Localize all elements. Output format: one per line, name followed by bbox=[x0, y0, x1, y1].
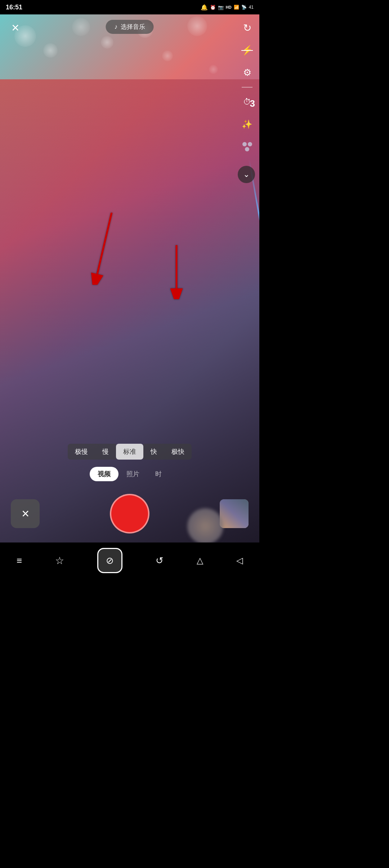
nav-home-center[interactable]: ⊘ bbox=[97, 548, 122, 573]
flash-button[interactable]: ⚡ bbox=[239, 42, 255, 58]
gallery-thumbnail[interactable] bbox=[220, 499, 249, 528]
arrow-indicator-1 bbox=[90, 213, 119, 286]
speed-normal[interactable]: 标准 bbox=[116, 444, 143, 460]
star-icon: ☆ bbox=[55, 555, 64, 567]
battery-icon: 41 bbox=[249, 5, 254, 10]
filter-button[interactable] bbox=[239, 139, 255, 155]
toolbar-divider bbox=[242, 87, 252, 88]
mode-time[interactable]: 时 bbox=[147, 467, 170, 481]
alarm-icon: ⏰ bbox=[210, 5, 216, 10]
nav-effects[interactable]: ↺ bbox=[156, 555, 164, 566]
music-note-icon: ♪ bbox=[115, 23, 118, 31]
right-toolbar: ↻ ⚡ ⚙ ⏱ 3 ✨ bbox=[239, 20, 255, 155]
wifi-icon: 📡 bbox=[241, 5, 247, 10]
cancel-icon: ✕ bbox=[21, 508, 30, 520]
speed-fast[interactable]: 快 bbox=[143, 444, 164, 460]
orb-1 bbox=[242, 142, 247, 146]
close-icon: ✕ bbox=[11, 22, 19, 34]
settings-icon: ⚙ bbox=[243, 67, 251, 78]
mode-video[interactable]: 视频 bbox=[90, 467, 119, 481]
status-bar: 16:51 🔔 ⏰ 📷 HD 📶 📡 41 bbox=[0, 0, 259, 14]
camera-indicator-icon: 📷 bbox=[218, 5, 224, 10]
chevron-down-button[interactable]: ⌄ bbox=[238, 166, 255, 183]
nav-star[interactable]: ☆ bbox=[55, 555, 64, 567]
speed-very-slow[interactable]: 极慢 bbox=[68, 444, 95, 460]
orb-3 bbox=[245, 147, 249, 151]
status-right: 🔔 ⏰ 📷 HD 📶 📡 41 bbox=[201, 4, 254, 11]
settings-button[interactable]: ⚙ bbox=[239, 65, 255, 80]
camera-viewfinder bbox=[0, 14, 259, 542]
nav-device-back[interactable]: ◁ bbox=[236, 555, 243, 566]
chevron-down-icon: ⌄ bbox=[243, 170, 250, 179]
effects-icon: ↺ bbox=[156, 555, 164, 566]
beauty-button[interactable]: ✨ bbox=[239, 116, 255, 132]
hamburger-icon: ≡ bbox=[17, 555, 22, 566]
speed-very-fast[interactable]: 极快 bbox=[164, 444, 192, 460]
refresh-icon: ↻ bbox=[243, 22, 251, 34]
signal-icon: 📶 bbox=[234, 5, 239, 10]
svg-line-1 bbox=[97, 213, 112, 274]
home-center-button[interactable]: ⊘ bbox=[97, 548, 122, 573]
device-back-icon: ◁ bbox=[236, 555, 243, 566]
navigation-bar: ≡ ☆ ⊘ ↺ △ ◁ bbox=[0, 542, 259, 579]
gallery-thumb-image bbox=[220, 499, 249, 528]
cancel-record-button[interactable]: ✕ bbox=[11, 499, 40, 528]
select-music-button[interactable]: ♪ 选择音乐 bbox=[106, 20, 154, 34]
music-label: 选择音乐 bbox=[121, 23, 145, 31]
orb-2 bbox=[248, 142, 252, 146]
beauty-icon: ✨ bbox=[242, 119, 252, 129]
profile-avatar bbox=[187, 508, 223, 544]
flash-icon: ⚡ bbox=[241, 45, 253, 56]
refresh-button[interactable]: ↻ bbox=[239, 20, 255, 36]
mode-selector: 视频 照片 时 bbox=[0, 467, 259, 481]
timer-number: 3 bbox=[250, 98, 255, 109]
arrow-indicator-2 bbox=[166, 245, 187, 301]
nav-hamburger[interactable]: ≡ bbox=[17, 555, 22, 566]
mode-photo[interactable]: 照片 bbox=[119, 467, 147, 481]
device-home-icon: △ bbox=[197, 555, 203, 566]
status-time: 16:51 bbox=[6, 4, 22, 11]
hd-icon: HD bbox=[226, 5, 232, 9]
nav-device-home[interactable]: △ bbox=[197, 555, 203, 566]
timer-button[interactable]: ⏱ 3 bbox=[239, 94, 255, 110]
close-button[interactable]: ✕ bbox=[7, 20, 23, 36]
record-button[interactable] bbox=[110, 494, 149, 533]
home-center-icon: ⊘ bbox=[106, 555, 114, 566]
speed-selector: 极慢 慢 标准 快 极快 bbox=[0, 444, 259, 460]
speed-slow[interactable]: 慢 bbox=[95, 444, 116, 460]
notification-icon: 🔔 bbox=[201, 4, 208, 11]
